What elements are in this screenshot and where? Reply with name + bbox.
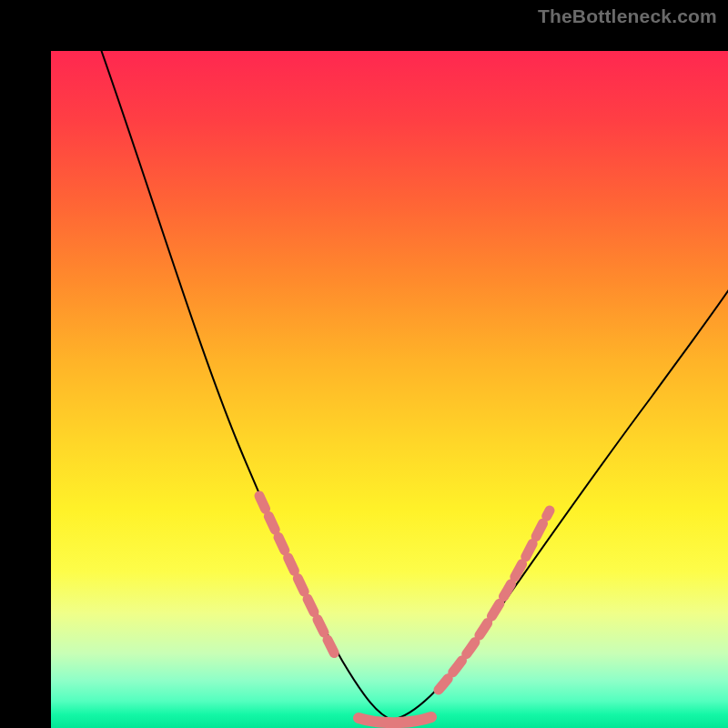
left-beads — [259, 496, 336, 656]
right-curve — [392, 283, 728, 720]
plot-area — [51, 51, 728, 728]
right-beads — [439, 511, 550, 690]
chart-frame — [0, 0, 728, 728]
left-curve — [98, 51, 392, 720]
floor-beads — [359, 717, 431, 723]
curve-layer — [51, 51, 728, 728]
watermark-text: TheBottleneck.com — [538, 5, 717, 27]
